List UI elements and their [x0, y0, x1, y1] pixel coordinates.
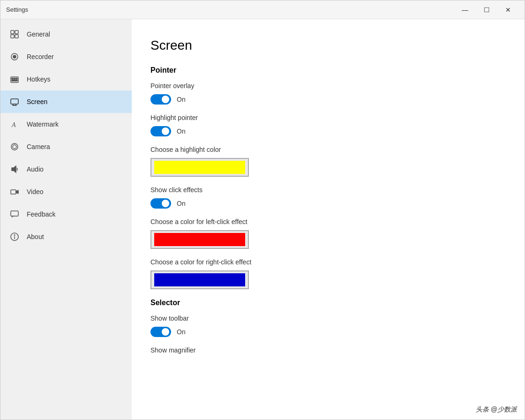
right-click-color-swatch — [154, 273, 245, 286]
left-click-color-picker[interactable] — [150, 230, 249, 249]
sidebar-item-label: Camera — [27, 143, 50, 150]
right-click-color-picker[interactable] — [150, 270, 249, 289]
maximize-button[interactable]: ☐ — [476, 2, 497, 17]
highlight-pointer-value: On — [177, 128, 186, 135]
window-controls: — ☐ ✕ — [454, 2, 519, 17]
svg-rect-11 — [11, 99, 18, 104]
sidebar: General Recorder — [0, 19, 132, 420]
sidebar-item-label: About — [27, 233, 44, 240]
general-icon — [10, 30, 19, 39]
svg-rect-1 — [15, 30, 18, 34]
sidebar-item-watermark[interactable]: A Watermark — [0, 113, 132, 135]
highlight-pointer-row: On — [150, 126, 506, 136]
minimize-button[interactable]: — — [454, 2, 476, 17]
page-title: Screen — [150, 38, 506, 53]
click-effects-toggle[interactable] — [150, 198, 171, 209]
app-window: Settings — ☐ ✕ General — [0, 0, 525, 420]
pointer-overlay-label: Pointer overlay — [150, 82, 506, 90]
svg-rect-7 — [12, 78, 13, 80]
content-area: General Recorder — [0, 19, 525, 420]
pointer-section: Pointer Pointer overlay On Highlight poi… — [150, 66, 506, 289]
svg-rect-3 — [15, 35, 18, 38]
watermark: 头条 @少数派 — [476, 405, 517, 414]
left-click-color-label: Choose a color for left-click effect — [150, 218, 506, 225]
svg-rect-8 — [14, 78, 15, 80]
sidebar-item-label: Video — [27, 188, 44, 195]
svg-rect-0 — [11, 30, 14, 34]
about-icon — [10, 232, 19, 241]
sidebar-item-label: Watermark — [27, 120, 59, 128]
window-title: Settings — [6, 6, 454, 13]
toggle-knob — [162, 328, 169, 336]
svg-point-24 — [14, 235, 15, 236]
pointer-overlay-value: On — [177, 96, 186, 103]
selector-section: Selector Show toolbar On Show magnifier — [150, 299, 506, 354]
sidebar-item-audio[interactable]: Audio — [0, 158, 132, 180]
show-toolbar-toggle[interactable] — [150, 327, 171, 337]
sidebar-item-about[interactable]: About — [0, 225, 132, 248]
svg-text:A: A — [11, 121, 16, 128]
sidebar-item-label: General — [27, 30, 50, 38]
show-toolbar-label: Show toolbar — [150, 315, 506, 322]
show-toolbar-row: On — [150, 327, 506, 337]
svg-point-5 — [13, 55, 16, 58]
sidebar-item-video[interactable]: Video — [0, 180, 132, 203]
svg-marker-18 — [12, 166, 16, 172]
highlight-color-swatch — [154, 161, 245, 174]
audio-icon — [10, 165, 19, 174]
camera-icon — [10, 142, 19, 151]
sidebar-item-recorder[interactable]: Recorder — [0, 45, 132, 68]
watermark-icon: A — [10, 120, 19, 129]
sidebar-item-general[interactable]: General — [0, 23, 132, 45]
sidebar-item-screen[interactable]: Screen — [0, 90, 132, 113]
click-effects-label: Show click effects — [150, 186, 506, 194]
highlight-color-label: Choose a highlight color — [150, 146, 506, 153]
svg-point-17 — [13, 145, 16, 149]
sidebar-item-hotkeys[interactable]: Hotkeys — [0, 68, 132, 90]
feedback-icon — [10, 210, 19, 219]
title-bar: Settings — ☐ ✕ — [0, 0, 525, 19]
toggle-knob — [162, 96, 169, 103]
svg-marker-20 — [16, 190, 18, 194]
pointer-section-title: Pointer — [150, 66, 506, 75]
sidebar-item-camera[interactable]: Camera — [0, 135, 132, 158]
pointer-overlay-row: On — [150, 94, 506, 105]
svg-rect-10 — [12, 80, 17, 82]
toggle-knob — [162, 128, 169, 135]
hotkeys-icon — [10, 75, 19, 84]
toggle-knob — [162, 200, 169, 207]
screen-icon — [10, 97, 19, 106]
svg-rect-2 — [11, 35, 14, 38]
main-content: Screen Pointer Pointer overlay On Highli… — [132, 19, 525, 420]
sidebar-item-label: Audio — [27, 165, 44, 173]
show-toolbar-value: On — [177, 328, 186, 336]
show-magnifier-label: Show magnifier — [150, 346, 506, 354]
highlight-pointer-toggle[interactable] — [150, 126, 171, 136]
recorder-icon — [10, 52, 19, 61]
right-click-color-label: Choose a color for right-click effect — [150, 258, 506, 266]
sidebar-item-label: Recorder — [27, 53, 54, 60]
click-effects-row: On — [150, 198, 506, 209]
left-click-color-swatch — [154, 233, 245, 246]
svg-rect-9 — [16, 78, 17, 80]
highlight-color-picker[interactable] — [150, 158, 249, 177]
svg-rect-21 — [11, 211, 18, 216]
sidebar-item-label: Feedback — [27, 210, 55, 218]
sidebar-item-label: Hotkeys — [27, 75, 51, 83]
pointer-overlay-toggle[interactable] — [150, 94, 171, 105]
sidebar-item-feedback[interactable]: Feedback — [0, 203, 132, 225]
svg-point-16 — [11, 143, 18, 150]
highlight-pointer-label: Highlight pointer — [150, 114, 506, 121]
click-effects-value: On — [177, 200, 186, 207]
selector-section-title: Selector — [150, 299, 506, 307]
sidebar-item-label: Screen — [27, 98, 47, 105]
video-icon — [10, 187, 19, 196]
close-button[interactable]: ✕ — [497, 2, 519, 17]
svg-rect-19 — [11, 190, 16, 194]
